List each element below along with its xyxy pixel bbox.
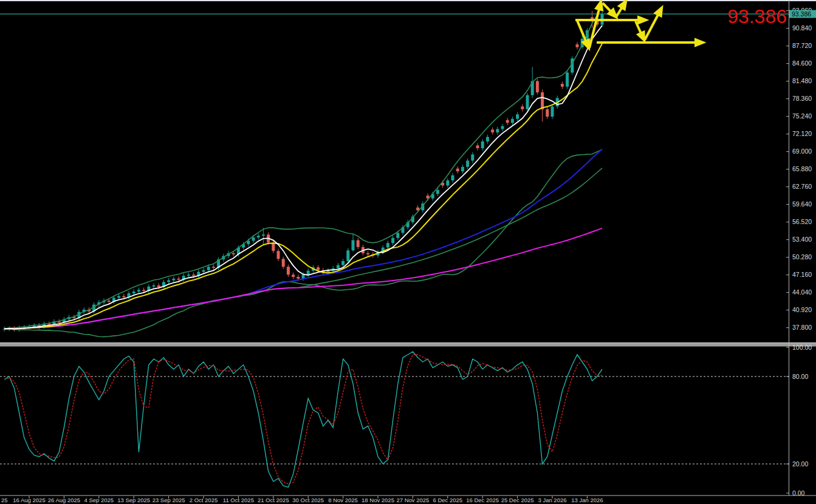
price-tick-label: 47.160 [792, 271, 812, 278]
price-tick-label: 59.640 [792, 200, 812, 208]
price-tick-label: 90.840 [792, 24, 812, 32]
price-chart-svg[interactable]: 93.38693.96090.84087.72084.60081.48078.3… [0, 0, 816, 504]
chart-background [0, 0, 816, 504]
price-tick-label: 53.400 [792, 236, 812, 243]
price-tick-label: 84.600 [792, 60, 812, 67]
date-tick-label: 18 Nov 2025 [362, 497, 394, 503]
date-tick-label-partial: 25 [1, 497, 8, 503]
date-tick-label: 23 Sep 2025 [153, 497, 185, 503]
indicator-tick-label: 0.00 [792, 489, 805, 497]
pane-separator[interactable] [0, 342, 816, 347]
date-tick-label: 16 Dec 2025 [466, 497, 499, 503]
date-axis[interactable]: 2516 Aug 202526 Aug 20254 Sep 202513 Sep… [1, 496, 603, 503]
indicator-tick-label: 20.00 [792, 460, 808, 468]
price-tick-label: 65.880 [792, 165, 812, 172]
price-tick-label: 81.480 [792, 77, 812, 84]
window-top-frame [0, 0, 816, 1]
date-tick-label: 25 Dec 2025 [501, 497, 534, 503]
price-tick-label: 56.520 [792, 218, 812, 225]
date-tick-label: 21 Oct 2025 [258, 497, 289, 503]
date-tick-label: 27 Nov 2025 [396, 497, 429, 503]
date-tick-label: 4 Sep 2025 [84, 497, 114, 503]
price-tick-label: 44.040 [792, 288, 812, 296]
date-tick-label: 13 Sep 2025 [117, 497, 150, 503]
big-price-annotation: 93.386 [727, 5, 787, 27]
current-price-tag-label: 93.386 [792, 10, 811, 18]
price-tick-label: 37.800 [792, 324, 812, 331]
price-tick-label: 75.240 [792, 112, 812, 120]
price-tick-label: 50.280 [792, 253, 812, 261]
price-tick-label: 69.000 [792, 148, 812, 155]
indicator-tick-label: 100.00 [792, 344, 812, 351]
price-tick-label: 72.120 [792, 130, 812, 137]
date-tick-label: 3 Jan 2026 [538, 497, 566, 503]
price-tick-label: 40.920 [792, 306, 812, 313]
price-tick-label: 87.720 [792, 42, 812, 49]
price-tick-label: 78.360 [792, 95, 812, 102]
date-tick-label: 2 Oct 2025 [190, 497, 218, 503]
date-tick-label: 26 Aug 2025 [48, 497, 80, 503]
price-tick-label: 62.760 [792, 183, 812, 190]
indicator-tick-label: 80.00 [792, 373, 808, 380]
date-tick-label: 13 Jan 2026 [571, 497, 603, 503]
date-tick-label: 30 Oct 2025 [292, 497, 324, 503]
date-tick-label: 6 Dec 2025 [433, 497, 463, 503]
trading-chart-window: 93.38693.96090.84087.72084.60081.48078.3… [0, 0, 816, 504]
date-tick-label: 16 Aug 2025 [13, 497, 45, 503]
date-tick-label: 11 Oct 2025 [223, 497, 254, 503]
date-tick-label: 8 Nov 2025 [328, 497, 358, 503]
